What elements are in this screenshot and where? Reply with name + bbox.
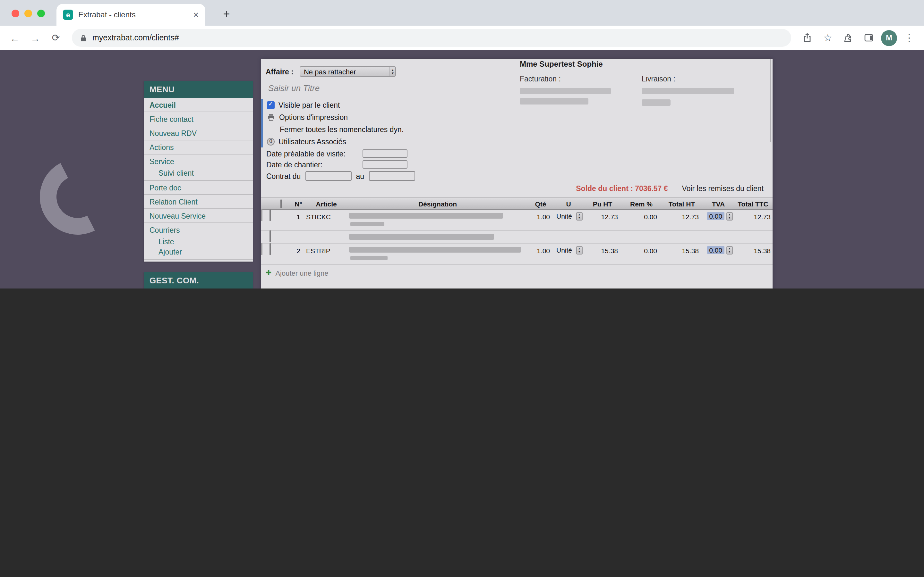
reload-button[interactable]: ⟳ bbox=[47, 29, 64, 46]
back-button[interactable]: ← bbox=[6, 29, 23, 46]
tab-title: Extrabat - clients bbox=[78, 10, 188, 19]
new-tab-button[interactable]: + bbox=[218, 6, 235, 23]
extrabat-favicon-icon: e bbox=[63, 10, 73, 20]
bookmark-star-icon[interactable]: ☆ bbox=[819, 29, 836, 46]
forward-button[interactable]: → bbox=[27, 29, 44, 46]
browser-tab[interactable]: e Extrabat - clients ✕ bbox=[57, 4, 205, 26]
zoom-window-button[interactable] bbox=[37, 10, 45, 17]
tab-close-icon[interactable]: ✕ bbox=[193, 11, 199, 19]
share-icon[interactable] bbox=[799, 29, 816, 46]
dim-overlay bbox=[0, 50, 924, 288]
browser-toolbar: ← → ⟳ myextrabat.com/clients# ☆ M ⋮ bbox=[0, 26, 924, 50]
address-bar[interactable]: myextrabat.com/clients# bbox=[72, 29, 791, 47]
extensions-icon[interactable] bbox=[840, 29, 857, 46]
lock-icon bbox=[79, 34, 87, 42]
browser-window: e Extrabat - clients ✕ + ← → ⟳ myextraba… bbox=[0, 0, 924, 288]
browser-menu-icon[interactable]: ⋮ bbox=[901, 29, 918, 46]
profile-avatar[interactable]: M bbox=[881, 30, 897, 46]
window-controls bbox=[11, 10, 45, 17]
url-text: myextrabat.com/clients# bbox=[92, 33, 179, 42]
tab-bar: e Extrabat - clients ✕ + bbox=[0, 0, 924, 26]
close-window-button[interactable] bbox=[11, 10, 19, 17]
page-viewport: MENU Accueil Fiche contact Nouveau RDV A… bbox=[0, 50, 924, 288]
minimize-window-button[interactable] bbox=[24, 10, 32, 17]
side-panel-icon[interactable] bbox=[861, 29, 877, 46]
